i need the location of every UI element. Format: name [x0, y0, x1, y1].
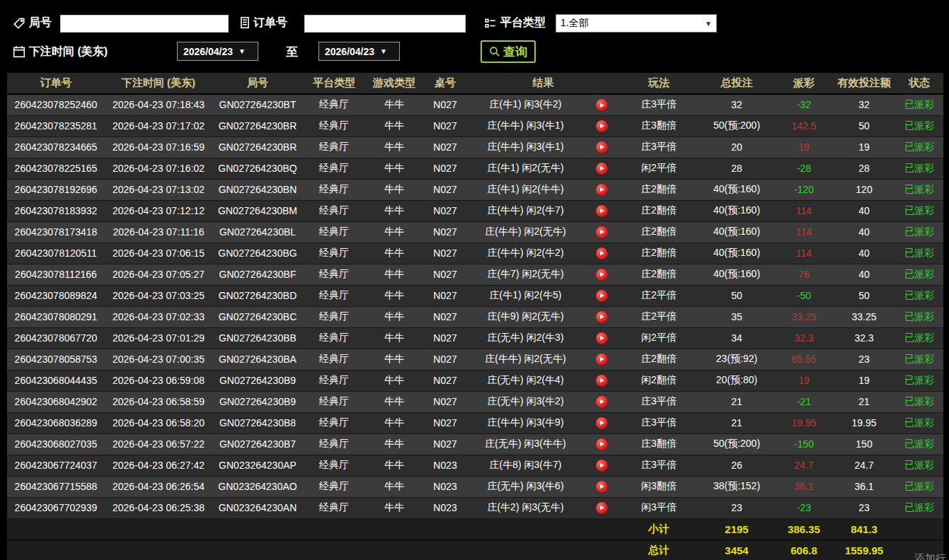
total-payout: 606.8	[775, 539, 833, 560]
play-video-button[interactable]	[596, 481, 608, 493]
status-badge: 已派彩	[895, 327, 943, 349]
cell-bet-time: 2026-04-23 07:06:15	[105, 243, 212, 264]
col-header-valid-bet: 有效投注额	[833, 73, 895, 94]
total-label: 总计	[619, 539, 698, 560]
total-total-bet: 3454	[698, 539, 775, 560]
cell-platform-type: 经典厅	[303, 327, 365, 349]
cell-play-type: 庄3翻倍	[619, 115, 698, 136]
play-video-button[interactable]	[596, 269, 608, 281]
play-video-button[interactable]	[596, 226, 608, 238]
play-video-button[interactable]	[596, 417, 608, 429]
cell-result: 庄(无牛) 闲3(牛牛)	[467, 433, 584, 455]
cell-bet-time: 2026-04-23 07:16:59	[105, 136, 212, 158]
platform-select[interactable]: 1.全部 ▼	[556, 14, 717, 33]
play-video-button[interactable]	[596, 205, 608, 217]
cell-play-type: 庄3平倍	[619, 136, 698, 158]
cell-video	[584, 306, 619, 327]
play-video-button[interactable]	[596, 141, 608, 153]
cell-play-type: 庄2平倍	[619, 306, 698, 327]
status-badge: 已派彩	[895, 243, 943, 264]
date-to-picker[interactable]: 2026/04/23 ▼	[318, 42, 400, 61]
cell-video	[584, 412, 619, 433]
play-video-button[interactable]	[596, 332, 608, 344]
cell-play-type: 庄2翻倍	[619, 179, 698, 200]
play-video-button[interactable]	[596, 311, 608, 323]
play-video-button[interactable]	[596, 184, 608, 196]
play-video-button[interactable]	[596, 375, 608, 387]
cell-payout: 19	[775, 136, 833, 158]
corner-watermark: 添加行	[914, 552, 946, 560]
cell-total-bet: 50(预:200)	[698, 433, 775, 455]
play-video-button[interactable]	[596, 120, 608, 132]
cell-game-type: 牛牛	[365, 264, 423, 285]
cell-video	[584, 158, 619, 179]
order-number-input[interactable]	[304, 15, 466, 33]
cell-order-number: 260423078089824	[7, 285, 105, 306]
cell-payout: 24.7	[775, 455, 833, 476]
cell-play-type: 庄2翻倍	[619, 243, 698, 264]
round-number-input[interactable]	[60, 15, 229, 33]
cell-round-number: GN023264230AP	[212, 455, 303, 476]
cell-video	[584, 391, 619, 412]
col-header-game: 游戏类型	[365, 73, 423, 94]
status-badge: 已派彩	[895, 391, 943, 412]
cell-result: 庄(牛1) 闲3(牛2)	[467, 94, 584, 115]
table-row: 260423078067720 2026-04-23 07:01:29 GN02…	[7, 327, 943, 349]
play-video-button[interactable]	[596, 354, 608, 366]
subtotal-row: 小计 2195 386.35 841.3	[7, 518, 943, 539]
cell-order-number: 260423078080291	[7, 306, 105, 327]
cell-table-number: N027	[423, 306, 467, 327]
cell-order-number: 260423078225165	[7, 158, 105, 179]
cell-result: 庄(牛牛) 闲3(牛9)	[467, 412, 584, 433]
cell-result: 庄(牛牛) 闲3(牛1)	[467, 136, 584, 158]
cell-result: 庄(牛牛) 闲2(牛2)	[467, 243, 584, 264]
cell-platform-type: 经典厅	[303, 497, 365, 518]
play-video-button[interactable]	[596, 396, 608, 408]
cell-play-type: 庄3平倍	[619, 94, 698, 115]
cell-bet-time: 2026-04-23 07:01:29	[105, 327, 212, 349]
cell-total-bet: 21	[698, 391, 775, 412]
cell-play-type: 庄2翻倍	[619, 264, 698, 285]
tag-icon	[13, 17, 25, 30]
cell-bet-time: 2026-04-23 06:27:42	[105, 455, 212, 476]
cell-platform-type: 经典厅	[303, 221, 365, 243]
status-badge: 已派彩	[895, 136, 943, 158]
table-row: 260423078234665 2026-04-23 07:16:59 GN02…	[7, 136, 943, 158]
cell-round-number: GN027264230BF	[212, 264, 303, 285]
date-from-picker[interactable]: 2026/04/23 ▼	[177, 42, 258, 61]
table-header-row: 订单号 下注时间 (美东) 局号 平台类型 游戏类型 桌号 结果 玩法 总投注 …	[7, 73, 943, 94]
cell-round-number: GN027264230BD	[212, 285, 303, 306]
cell-valid-bet: 50	[833, 285, 895, 306]
play-icon	[600, 506, 604, 510]
query-button[interactable]: 查询	[481, 40, 536, 63]
cell-valid-bet: 40	[833, 221, 895, 243]
cell-result: 庄(牛2) 闲3(无牛)	[467, 497, 584, 518]
cell-video	[584, 221, 619, 243]
cell-video	[584, 349, 619, 370]
cell-total-bet: 23(预:92)	[698, 349, 775, 370]
records-table: 订单号 下注时间 (美东) 局号 平台类型 游戏类型 桌号 结果 玩法 总投注 …	[7, 73, 943, 560]
cell-valid-bet: 19	[833, 370, 895, 391]
play-video-button[interactable]	[596, 99, 608, 111]
play-video-button[interactable]	[596, 502, 608, 514]
cell-result: 庄(无牛) 闲2(牛4)	[467, 370, 584, 391]
cell-total-bet: 40(预:160)	[698, 200, 775, 221]
cell-order-number: 260423078234665	[7, 136, 105, 158]
cell-round-number: GN027264230B7	[212, 433, 303, 455]
cell-platform-type: 经典厅	[303, 306, 365, 327]
magnifier-icon	[489, 46, 500, 57]
cell-round-number: GN027264230BG	[212, 243, 303, 264]
cell-valid-bet: 33.25	[833, 306, 895, 327]
cell-payout: 114	[775, 221, 833, 243]
cell-total-bet: 28	[698, 158, 775, 179]
play-video-button[interactable]	[596, 460, 608, 472]
cell-platform-type: 经典厅	[303, 412, 365, 433]
play-video-button[interactable]	[596, 163, 608, 175]
cell-valid-bet: 150	[833, 433, 895, 455]
play-video-button[interactable]	[596, 438, 608, 450]
play-icon	[600, 378, 604, 383]
cell-platform-type: 经典厅	[303, 115, 365, 136]
table-row: 260423067702939 2026-04-23 06:25:38 GN02…	[7, 497, 943, 518]
play-video-button[interactable]	[596, 247, 608, 259]
play-video-button[interactable]	[596, 290, 608, 302]
